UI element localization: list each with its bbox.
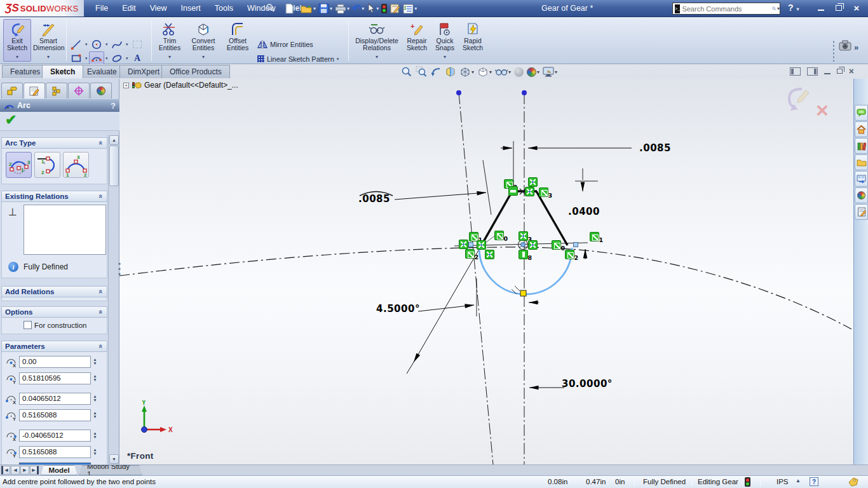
end-y-field[interactable]: 0.5165088 [19,446,91,458]
document-minimize-button[interactable] [824,73,831,75]
pane-toggle-right-button[interactable] [807,67,818,76]
end-y-spinner[interactable]: ▲▼ [91,446,99,458]
hide-show-items-button[interactable]: ▾ [494,65,512,79]
center-x-spinner[interactable]: ▲▼ [91,356,99,368]
minimize-button[interactable] [815,3,827,13]
menu-file[interactable]: File [89,2,114,15]
menu-window[interactable]: Window [241,2,281,15]
circle-caret-icon[interactable]: ▾ [105,42,108,47]
line-tool[interactable] [69,37,84,51]
for-construction-checkbox[interactable] [24,321,32,329]
save-caret-icon[interactable]: ▾ [330,6,332,11]
linear-pattern-caret-icon[interactable]: ▾ [337,57,339,62]
display-style-button[interactable]: ▾ [477,65,492,79]
tab-dimxpert[interactable]: DimXpert [119,65,168,78]
screen-capture-button[interactable] [839,40,851,51]
dimension-width-left[interactable]: .0085 [358,193,390,205]
rebuild-button[interactable] [380,2,388,16]
model-tab[interactable]: Model [41,465,78,475]
open-caret-icon[interactable]: ▾ [313,6,316,11]
three-point-arc-type-button[interactable]: +123 [63,152,89,178]
view-palette-tab[interactable] [855,171,868,187]
menu-tools[interactable]: Tools [208,2,240,15]
restore-button[interactable] [832,3,845,13]
design-library-tab[interactable] [855,138,868,154]
view-orientation-button[interactable]: ▾ [459,65,475,79]
text-tool[interactable]: A [130,51,145,65]
relation-badge[interactable]: 8 [519,250,528,259]
property-manager-tab[interactable] [24,83,45,98]
zoom-area-button[interactable] [415,65,428,79]
confirmation-corner-cancel-icon[interactable]: × [816,100,829,119]
display-delete-relations-button[interactable]: Display/Delete Relations ▾ [352,19,402,62]
line-caret-icon[interactable]: ▾ [85,42,88,47]
end-x-spinner[interactable]: ▲▼ [91,430,99,442]
menu-edit[interactable]: Edit [116,2,142,15]
relation-badge[interactable]: 0 [494,231,504,240]
offset-entities-button[interactable]: Offset Entities [222,19,254,62]
smart-dimension-button[interactable]: Smart Dimension ▾ [32,19,64,62]
hide-show-caret-icon[interactable]: ▾ [508,69,511,75]
options-button[interactable]: ▾ [402,2,418,16]
quick-snaps-button[interactable]: Quick Snaps ▾ [432,19,458,62]
file-explorer-tab[interactable] [855,154,868,170]
centerpoint-arc-tool[interactable] [89,51,104,65]
home-tab[interactable] [855,121,868,137]
motion-study-tab[interactable]: Motion Study 1 [79,465,142,475]
start-x-field[interactable]: 0.04065012 [19,393,91,405]
configuration-manager-tab[interactable] [46,83,67,98]
spline-caret-icon[interactable]: ▾ [126,42,128,47]
panel-splitter-handle[interactable]: ◂◂◂ [116,257,122,280]
relation-badge[interactable] [477,240,486,250]
confirmation-corner-accept-icon[interactable] [784,85,811,113]
scroll-down-button[interactable]: ▼ [109,454,119,464]
rectangle-tool[interactable] [69,51,84,65]
view-orientation-caret-icon[interactable]: ▾ [471,69,474,75]
pane-toggle-left-button[interactable] [790,67,801,76]
relation-badge[interactable]: 2 [565,250,574,259]
start-y-spinner[interactable]: ▲▼ [91,409,99,421]
new-document-button[interactable]: ▾ [283,2,299,16]
zoom-fit-button[interactable] [400,65,413,79]
relation-badge[interactable] [525,187,534,196]
search-input[interactable] [682,5,772,13]
center-x-field[interactable]: 0.00 [19,356,91,368]
mirror-entities-button[interactable]: Mirror Entities [257,37,313,51]
arc-caret-icon[interactable]: ▾ [105,56,108,61]
dimension-angle-right[interactable]: 30.0000° [562,378,613,390]
spline-tool[interactable] [109,37,125,51]
trim-caret-icon[interactable]: ▾ [168,54,171,60]
next-tab-button[interactable]: ▶ [20,466,29,475]
close-button[interactable]: × [850,3,863,13]
ellipse-caret-icon[interactable]: ▾ [126,56,128,61]
feature-manager-tab[interactable] [1,83,23,98]
trim-entities-button[interactable]: Trim Entities ▾ [154,19,185,62]
start-y-field[interactable]: 0.5165088 [19,409,91,421]
unit-system[interactable]: IPS [776,478,789,485]
print-button[interactable]: ▾ [334,2,351,16]
scroll-up-button[interactable]: ▲ [109,135,119,145]
previous-view-button[interactable] [430,65,442,79]
smart-dimension-caret-icon[interactable]: ▾ [47,54,50,60]
relation-badge[interactable] [528,177,538,187]
dimxpert-manager-tab[interactable] [68,83,90,98]
unit-system-caret-icon[interactable]: ▲ [796,478,801,484]
edit-appearance-caret-icon[interactable]: ▾ [537,69,539,75]
search-caret-icon[interactable]: ▾ [777,6,780,11]
last-tab-button[interactable]: ▶ [30,466,39,475]
ok-button[interactable]: ✔ [5,112,17,128]
end-x-field[interactable]: -0.04065012 [19,430,91,442]
solidworks-resources-tab[interactable] [855,105,868,121]
tab-sketch[interactable]: Sketch [42,65,83,78]
circle-tool[interactable] [89,37,104,51]
display-manager-tab[interactable] [90,83,112,98]
dimension-width-top[interactable]: .0085 [639,142,671,154]
relation-badge[interactable]: 3 [539,187,548,197]
relation-badge[interactable] [459,240,468,249]
help-button[interactable]: ? ▾ [788,3,799,13]
property-manager-help-button[interactable]: ? [111,101,116,111]
select-caret-icon[interactable]: ▾ [376,6,379,11]
relation-badge[interactable] [528,240,538,250]
graphics-area[interactable]: + Gear (Default<<Default>_... 3312038021… [119,79,853,464]
toolbar-expand-icon[interactable]: » [854,43,858,52]
